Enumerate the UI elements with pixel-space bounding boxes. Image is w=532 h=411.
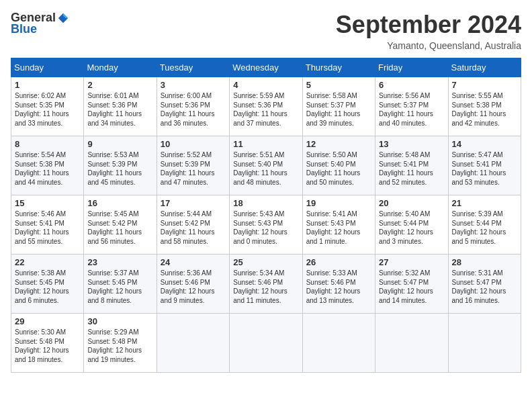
day-info: Sunrise: 5:30 AM Sunset: 5:48 PM Dayligh… [15, 328, 80, 364]
calendar-table: Sunday Monday Tuesday Wednesday Thursday… [11, 58, 521, 373]
table-row: 12 Sunrise: 5:50 AM Sunset: 5:40 PM Dayl… [302, 136, 375, 195]
day-info: Sunrise: 5:44 AM Sunset: 5:42 PM Dayligh… [161, 210, 226, 246]
table-row: 1 Sunrise: 6:02 AM Sunset: 5:35 PM Dayli… [11, 77, 84, 136]
day-info: Sunrise: 5:37 AM Sunset: 5:45 PM Dayligh… [87, 269, 152, 305]
day-number: 14 [452, 139, 517, 149]
table-row [302, 314, 375, 373]
col-saturday: Saturday [448, 58, 521, 77]
day-info: Sunrise: 5:38 AM Sunset: 5:45 PM Dayligh… [15, 269, 80, 305]
table-row: 7 Sunrise: 5:55 AM Sunset: 5:38 PM Dayli… [448, 77, 521, 136]
day-number: 24 [161, 257, 226, 267]
day-info: Sunrise: 5:40 AM Sunset: 5:44 PM Dayligh… [379, 210, 444, 246]
title-block: September 2024 Yamanto, Queensland, Aust… [336, 11, 521, 51]
day-number: 5 [306, 80, 371, 90]
day-number: 19 [306, 198, 371, 208]
day-info: Sunrise: 5:53 AM Sunset: 5:39 PM Dayligh… [87, 150, 152, 187]
calendar-week-row: 8 Sunrise: 5:54 AM Sunset: 5:38 PM Dayli… [11, 136, 521, 195]
calendar-week-row: 22 Sunrise: 5:38 AM Sunset: 5:45 PM Dayl… [11, 255, 521, 314]
day-info: Sunrise: 5:34 AM Sunset: 5:46 PM Dayligh… [233, 269, 298, 305]
day-number: 17 [161, 198, 226, 208]
table-row: 24 Sunrise: 5:36 AM Sunset: 5:46 PM Dayl… [157, 255, 229, 314]
day-info: Sunrise: 5:33 AM Sunset: 5:46 PM Dayligh… [306, 269, 371, 305]
day-number: 26 [306, 257, 371, 267]
table-row: 30 Sunrise: 5:29 AM Sunset: 5:48 PM Dayl… [84, 314, 157, 373]
day-number: 12 [306, 139, 371, 149]
logo-blue-text: Blue [11, 22, 37, 36]
day-info: Sunrise: 5:54 AM Sunset: 5:38 PM Dayligh… [15, 150, 80, 187]
day-number: 1 [15, 80, 80, 90]
day-number: 30 [87, 316, 152, 326]
table-row: 29 Sunrise: 5:30 AM Sunset: 5:48 PM Dayl… [11, 314, 84, 373]
calendar-header-row: Sunday Monday Tuesday Wednesday Thursday… [11, 58, 521, 77]
day-info: Sunrise: 6:01 AM Sunset: 5:36 PM Dayligh… [87, 91, 152, 128]
day-info: Sunrise: 6:02 AM Sunset: 5:35 PM Dayligh… [15, 91, 80, 128]
day-number: 23 [87, 257, 152, 267]
table-row: 8 Sunrise: 5:54 AM Sunset: 5:38 PM Dayli… [11, 136, 84, 195]
day-number: 16 [87, 198, 152, 208]
day-info: Sunrise: 5:43 AM Sunset: 5:43 PM Dayligh… [233, 210, 298, 246]
col-friday: Friday [375, 58, 448, 77]
day-number: 4 [233, 80, 298, 90]
table-row: 10 Sunrise: 5:52 AM Sunset: 5:39 PM Dayl… [157, 136, 229, 195]
table-row [157, 314, 229, 373]
month-title: September 2024 [336, 11, 521, 39]
col-sunday: Sunday [11, 58, 84, 77]
calendar-week-row: 1 Sunrise: 6:02 AM Sunset: 5:35 PM Dayli… [11, 77, 521, 136]
table-row [448, 314, 521, 373]
table-row: 21 Sunrise: 5:39 AM Sunset: 5:44 PM Dayl… [448, 195, 521, 255]
day-info: Sunrise: 5:47 AM Sunset: 5:41 PM Dayligh… [452, 150, 517, 187]
table-row: 22 Sunrise: 5:38 AM Sunset: 5:45 PM Dayl… [11, 255, 84, 314]
table-row: 11 Sunrise: 5:51 AM Sunset: 5:40 PM Dayl… [230, 136, 302, 195]
day-number: 13 [379, 139, 444, 149]
day-info: Sunrise: 5:41 AM Sunset: 5:43 PM Dayligh… [306, 210, 371, 246]
day-number: 21 [452, 198, 517, 208]
col-tuesday: Tuesday [157, 58, 229, 77]
table-row: 14 Sunrise: 5:47 AM Sunset: 5:41 PM Dayl… [448, 136, 521, 195]
day-info: Sunrise: 5:51 AM Sunset: 5:40 PM Dayligh… [233, 150, 298, 187]
day-number: 28 [452, 257, 517, 267]
day-number: 11 [233, 139, 298, 149]
page-header: General Blue September 2024 Yamanto, Que… [11, 11, 521, 51]
day-info: Sunrise: 6:00 AM Sunset: 5:36 PM Dayligh… [161, 91, 226, 128]
day-info: Sunrise: 5:29 AM Sunset: 5:48 PM Dayligh… [87, 328, 152, 364]
day-info: Sunrise: 5:31 AM Sunset: 5:47 PM Dayligh… [452, 269, 517, 305]
col-monday: Monday [84, 58, 157, 77]
calendar-week-row: 15 Sunrise: 5:46 AM Sunset: 5:41 PM Dayl… [11, 195, 521, 255]
day-number: 20 [379, 198, 444, 208]
day-number: 2 [87, 80, 152, 90]
day-info: Sunrise: 5:45 AM Sunset: 5:42 PM Dayligh… [87, 210, 152, 246]
table-row: 19 Sunrise: 5:41 AM Sunset: 5:43 PM Dayl… [302, 195, 375, 255]
day-info: Sunrise: 5:55 AM Sunset: 5:38 PM Dayligh… [452, 91, 517, 128]
day-number: 9 [87, 139, 152, 149]
table-row: 3 Sunrise: 6:00 AM Sunset: 5:36 PM Dayli… [157, 77, 229, 136]
table-row: 9 Sunrise: 5:53 AM Sunset: 5:39 PM Dayli… [84, 136, 157, 195]
day-info: Sunrise: 5:58 AM Sunset: 5:37 PM Dayligh… [306, 91, 371, 128]
day-number: 15 [15, 198, 80, 208]
day-info: Sunrise: 5:59 AM Sunset: 5:36 PM Dayligh… [233, 91, 298, 128]
logo-icon [57, 12, 69, 24]
table-row: 6 Sunrise: 5:56 AM Sunset: 5:37 PM Dayli… [375, 77, 448, 136]
table-row: 2 Sunrise: 6:01 AM Sunset: 5:36 PM Dayli… [84, 77, 157, 136]
day-number: 8 [15, 139, 80, 149]
table-row: 4 Sunrise: 5:59 AM Sunset: 5:36 PM Dayli… [230, 77, 302, 136]
logo: General Blue [11, 11, 69, 36]
col-thursday: Thursday [302, 58, 375, 77]
table-row: 17 Sunrise: 5:44 AM Sunset: 5:42 PM Dayl… [157, 195, 229, 255]
day-number: 18 [233, 198, 298, 208]
day-number: 27 [379, 257, 444, 267]
day-info: Sunrise: 5:36 AM Sunset: 5:46 PM Dayligh… [161, 269, 226, 305]
table-row: 13 Sunrise: 5:48 AM Sunset: 5:41 PM Dayl… [375, 136, 448, 195]
calendar-week-row: 29 Sunrise: 5:30 AM Sunset: 5:48 PM Dayl… [11, 314, 521, 373]
day-info: Sunrise: 5:56 AM Sunset: 5:37 PM Dayligh… [379, 91, 444, 128]
table-row: 27 Sunrise: 5:32 AM Sunset: 5:47 PM Dayl… [375, 255, 448, 314]
table-row [375, 314, 448, 373]
table-row: 20 Sunrise: 5:40 AM Sunset: 5:44 PM Dayl… [375, 195, 448, 255]
table-row: 23 Sunrise: 5:37 AM Sunset: 5:45 PM Dayl… [84, 255, 157, 314]
table-row: 15 Sunrise: 5:46 AM Sunset: 5:41 PM Dayl… [11, 195, 84, 255]
table-row: 5 Sunrise: 5:58 AM Sunset: 5:37 PM Dayli… [302, 77, 375, 136]
day-info: Sunrise: 5:50 AM Sunset: 5:40 PM Dayligh… [306, 150, 371, 187]
day-number: 22 [15, 257, 80, 267]
day-info: Sunrise: 5:46 AM Sunset: 5:41 PM Dayligh… [15, 210, 80, 246]
table-row: 16 Sunrise: 5:45 AM Sunset: 5:42 PM Dayl… [84, 195, 157, 255]
table-row: 28 Sunrise: 5:31 AM Sunset: 5:47 PM Dayl… [448, 255, 521, 314]
